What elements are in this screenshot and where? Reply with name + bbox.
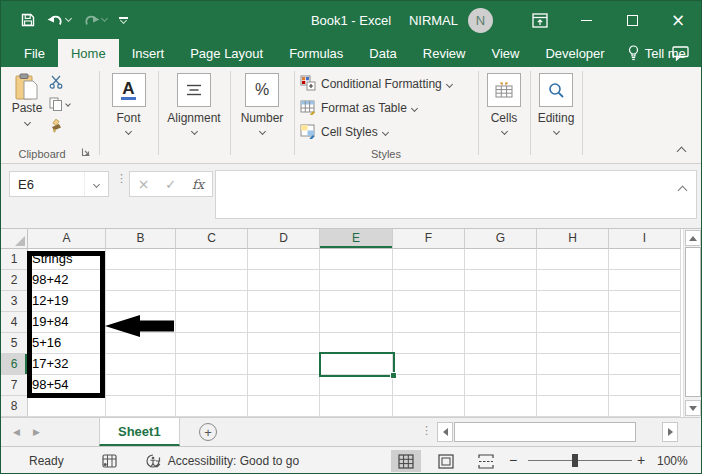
- name-box[interactable]: E6: [9, 171, 109, 197]
- cell-G6[interactable]: [465, 354, 537, 375]
- cell-C1[interactable]: [176, 249, 248, 270]
- cell-B3[interactable]: [106, 291, 176, 312]
- row-header-4[interactable]: 4: [1, 312, 28, 333]
- row-header-3[interactable]: 3: [1, 291, 28, 312]
- sheetbar-splitter[interactable]: ⋮: [421, 424, 432, 437]
- clipboard-dialog-launcher[interactable]: [81, 146, 91, 160]
- paste-button[interactable]: Paste: [7, 73, 47, 125]
- alignment-dropdown-icon[interactable]: [190, 128, 197, 135]
- cell-D8[interactable]: [248, 396, 320, 417]
- page-break-view-button[interactable]: [471, 450, 501, 472]
- paste-dropdown-icon[interactable]: [23, 119, 30, 126]
- font-button[interactable]: A Font: [101, 73, 156, 134]
- cell-H8[interactable]: [537, 396, 609, 417]
- new-sheet-button[interactable]: +: [199, 423, 217, 441]
- vertical-scrollbar-thumb[interactable]: [685, 247, 701, 397]
- cell-I5[interactable]: [609, 333, 681, 354]
- column-header-h[interactable]: H: [537, 229, 609, 249]
- column-header-a[interactable]: A: [28, 229, 106, 249]
- column-header-e[interactable]: E: [320, 229, 393, 249]
- cell-B8[interactable]: [106, 396, 176, 417]
- cell-F1[interactable]: [393, 249, 465, 270]
- page-layout-view-button[interactable]: [431, 450, 461, 472]
- cell-I8[interactable]: [609, 396, 681, 417]
- tab-developer[interactable]: Developer: [532, 39, 617, 67]
- minimize-button[interactable]: [563, 1, 609, 39]
- column-header-b[interactable]: B: [106, 229, 176, 249]
- tab-view[interactable]: View: [478, 39, 532, 67]
- cell-D4[interactable]: [248, 312, 320, 333]
- cell-G5[interactable]: [465, 333, 537, 354]
- row-header-1[interactable]: 1: [1, 249, 28, 270]
- accessibility-status[interactable]: Accessibility: Good to go: [145, 453, 299, 469]
- row-header-5[interactable]: 5: [1, 333, 28, 354]
- cell-H2[interactable]: [537, 270, 609, 291]
- tab-home[interactable]: Home: [58, 39, 119, 67]
- feedback-button[interactable]: [672, 39, 689, 67]
- cell-G1[interactable]: [465, 249, 537, 270]
- cell-E5[interactable]: [320, 333, 393, 354]
- zoom-level[interactable]: 100%: [657, 454, 688, 468]
- next-sheet-button[interactable]: ▶: [33, 418, 40, 446]
- zoom-slider-track[interactable]: [528, 460, 632, 461]
- cell-B2[interactable]: [106, 270, 176, 291]
- horizontal-scrollbar[interactable]: [437, 422, 678, 442]
- cell-E3[interactable]: [320, 291, 393, 312]
- insert-function-button[interactable]: fx: [192, 177, 204, 192]
- cut-button[interactable]: [49, 75, 70, 89]
- cell-G3[interactable]: [465, 291, 537, 312]
- format-painter-button[interactable]: [49, 119, 70, 133]
- cells-button[interactable]: Cells: [480, 73, 528, 134]
- tab-formulas[interactable]: Formulas: [276, 39, 356, 67]
- cell-D7[interactable]: [248, 375, 320, 396]
- cell-H7[interactable]: [537, 375, 609, 396]
- scroll-left-button[interactable]: [437, 422, 453, 442]
- column-header-i[interactable]: I: [609, 229, 681, 249]
- zoom-out-button[interactable]: −: [509, 452, 517, 468]
- cell-I2[interactable]: [609, 270, 681, 291]
- cell-D6[interactable]: [248, 354, 320, 375]
- cell-I7[interactable]: [609, 375, 681, 396]
- formula-bar-splitter[interactable]: ⋮: [116, 173, 127, 184]
- cell-E4[interactable]: [320, 312, 393, 333]
- row-header-8[interactable]: 8: [1, 396, 28, 417]
- maximize-button[interactable]: [609, 1, 655, 39]
- tab-review[interactable]: Review: [410, 39, 479, 67]
- cell-I1[interactable]: [609, 249, 681, 270]
- column-header-f[interactable]: F: [393, 229, 465, 249]
- scroll-down-button[interactable]: [685, 400, 701, 416]
- cell-F7[interactable]: [393, 375, 465, 396]
- cell-F2[interactable]: [393, 270, 465, 291]
- tab-file[interactable]: File: [11, 39, 58, 67]
- cell-D1[interactable]: [248, 249, 320, 270]
- cell-I4[interactable]: [609, 312, 681, 333]
- cell-F3[interactable]: [393, 291, 465, 312]
- row-header-6[interactable]: 6: [1, 354, 28, 375]
- cell-B7[interactable]: [106, 375, 176, 396]
- name-box-dropdown[interactable]: [84, 172, 108, 196]
- normal-view-button[interactable]: [391, 450, 421, 472]
- cell-G4[interactable]: [465, 312, 537, 333]
- collapse-ribbon-button[interactable]: [677, 147, 687, 157]
- cell-C5[interactable]: [176, 333, 248, 354]
- cell-C7[interactable]: [176, 375, 248, 396]
- scroll-right-button[interactable]: [662, 422, 678, 442]
- cell-C4[interactable]: [176, 312, 248, 333]
- editing-button[interactable]: Editing: [532, 73, 580, 134]
- previous-sheet-button[interactable]: ◀: [13, 418, 20, 446]
- cell-C2[interactable]: [176, 270, 248, 291]
- formula-input[interactable]: [215, 170, 697, 219]
- cell-styles-button[interactable]: Cell Styles: [300, 121, 388, 143]
- fill-handle[interactable]: [390, 372, 397, 379]
- cancel-button[interactable]: ×: [138, 176, 150, 192]
- zoom-in-button[interactable]: +: [637, 452, 645, 468]
- select-all-button[interactable]: [1, 229, 28, 249]
- enter-button[interactable]: ✓: [165, 177, 176, 192]
- cell-H5[interactable]: [537, 333, 609, 354]
- cell-C6[interactable]: [176, 354, 248, 375]
- cell-H6[interactable]: [537, 354, 609, 375]
- cell-E7[interactable]: [320, 375, 393, 396]
- alignment-button[interactable]: Alignment: [160, 73, 228, 134]
- column-header-d[interactable]: D: [248, 229, 320, 249]
- cell-E8[interactable]: [320, 396, 393, 417]
